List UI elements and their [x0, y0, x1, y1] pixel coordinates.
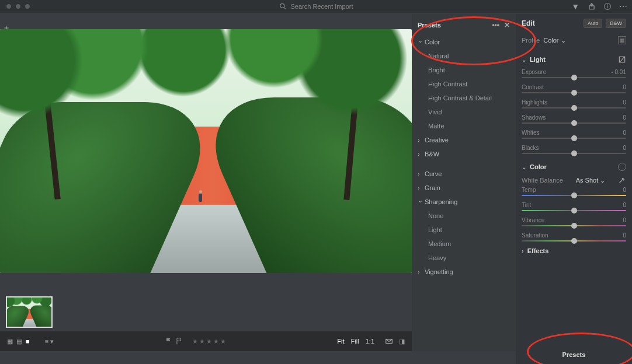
slider-label: Contrast [522, 84, 544, 90]
slider-temp[interactable]: Temp0 [522, 187, 626, 196]
slider-label: Vibrance [522, 217, 544, 223]
slider-label: Saturation [522, 232, 548, 239]
slider-label: Tint [522, 202, 531, 208]
slider-value: 0 [623, 145, 626, 151]
eyedropper-icon[interactable] [618, 176, 626, 184]
slider-label: Blacks [522, 145, 539, 151]
slider-value: 0 [623, 114, 626, 121]
slider-shadows[interactable]: Shadows0 [522, 114, 626, 124]
preset-group-creative[interactable]: Creative [412, 133, 516, 147]
panel-toggle-icon[interactable]: ◨ [399, 338, 405, 345]
minimize-window[interactable] [15, 4, 21, 9]
preset-group-color[interactable]: Color [412, 35, 516, 49]
filmstrip-thumbnail[interactable] [6, 296, 53, 328]
presets-panel: Presets ••• ✕ Color Natural Bright High … [412, 14, 516, 351]
rating-stars[interactable]: ★★★★★ [192, 338, 227, 345]
preset-matte[interactable]: Matte [412, 119, 516, 133]
presets-more-icon[interactable]: ••• [492, 21, 499, 29]
slider-whites[interactable]: Whites0 [522, 130, 626, 139]
preset-sharp-light[interactable]: Light [412, 223, 516, 237]
preset-sharp-none[interactable]: None [412, 209, 516, 223]
preset-bright[interactable]: Bright [412, 63, 516, 77]
slider-value: 0 [623, 130, 626, 136]
slider-highlights[interactable]: Highlights0 [522, 99, 626, 108]
edit-panel: Edit Auto B&W Profile Color ⌄ ▦ Light Ex… [516, 14, 632, 364]
slider-value: 0 [623, 202, 626, 208]
effects-section-header[interactable]: Effects [522, 247, 626, 254]
presets-close-icon[interactable]: ✕ [504, 21, 510, 29]
preset-group-vignetting[interactable]: Vignetting [412, 265, 516, 279]
presets-button[interactable]: Presets [516, 348, 632, 362]
window-controls [6, 4, 30, 9]
flag-icons[interactable] [165, 337, 183, 345]
preset-vivid[interactable]: Vivid [412, 105, 516, 119]
topbar-actions: ▼ i ⋯ [571, 0, 627, 13]
color-section-header[interactable]: Color [522, 163, 547, 170]
close-window[interactable] [6, 4, 12, 9]
slider-value: 0 [623, 99, 626, 106]
curve-icon[interactable] [618, 55, 626, 64]
ellipsis-icon[interactable]: ⋯ [619, 2, 627, 11]
preset-natural[interactable]: Natural [412, 49, 516, 63]
preset-high-contrast[interactable]: High Contrast [412, 77, 516, 91]
canvas-area: ▦▤■ ≡ ▾ ★★★★★ Fit Fill 1:1 ◨ [0, 0, 412, 350]
slider-value: - 0.01 [611, 69, 626, 75]
profile-label: Profile [522, 37, 540, 44]
slider-tint[interactable]: Tint0 [522, 202, 626, 211]
slider-label: Temp [522, 187, 536, 193]
wb-label: White Balance [522, 177, 563, 184]
presets-title: Presets [418, 22, 441, 29]
slider-value: 0 [623, 84, 626, 90]
preset-group-grain[interactable]: Grain [412, 181, 516, 195]
preset-group-bw[interactable]: B&W [412, 147, 516, 161]
sort-icon[interactable]: ≡ ▾ [45, 338, 54, 345]
zoom-controls[interactable]: Fit Fill 1:1 [337, 338, 379, 345]
edit-title: Edit [522, 19, 535, 27]
maximize-window[interactable] [25, 4, 30, 9]
slider-value: 0 [623, 232, 626, 239]
preset-sharp-heavy[interactable]: Heavy [412, 251, 516, 265]
slider-value: 0 [623, 217, 626, 223]
slider-saturation[interactable]: Saturation0 [522, 232, 626, 242]
auto-button[interactable]: Auto [584, 19, 603, 28]
slider-blacks[interactable]: Blacks0 [522, 145, 626, 154]
wb-value[interactable]: As Shot ⌄ [576, 177, 606, 184]
slider-contrast[interactable]: Contrast0 [522, 84, 626, 93]
color-mixer-icon[interactable] [618, 163, 626, 171]
slider-label: Shadows [522, 114, 546, 121]
info-icon[interactable]: i [604, 3, 611, 10]
preset-group-curve[interactable]: Curve [412, 167, 516, 181]
bw-button[interactable]: B&W [606, 19, 626, 28]
slider-label: Exposure [522, 69, 546, 75]
mail-icon[interactable] [385, 337, 393, 345]
preset-high-contrast-detail[interactable]: High Contrast & Detail [412, 91, 516, 105]
photo-preview[interactable] [0, 29, 412, 273]
view-modes[interactable]: ▦▤■ [7, 338, 33, 345]
profile-value[interactable]: Color ⌄ [543, 37, 565, 44]
slider-vibrance[interactable]: Vibrance0 [522, 217, 626, 226]
preset-group-sharpening[interactable]: Sharpening [412, 195, 516, 209]
slider-label: Highlights [522, 99, 547, 106]
slider-exposure[interactable]: Exposure- 0.01 [522, 69, 626, 78]
share-icon[interactable] [588, 2, 596, 10]
preset-sharp-medium[interactable]: Medium [412, 237, 516, 251]
slider-value: 0 [623, 187, 626, 193]
bottom-bar: ▦▤■ ≡ ▾ ★★★★★ Fit Fill 1:1 ◨ [0, 331, 412, 351]
slider-label: Whites [522, 130, 540, 136]
filter-icon[interactable]: ▼ [571, 2, 579, 11]
light-section-header[interactable]: Light [522, 56, 546, 63]
profile-grid-icon[interactable]: ▦ [618, 36, 626, 44]
